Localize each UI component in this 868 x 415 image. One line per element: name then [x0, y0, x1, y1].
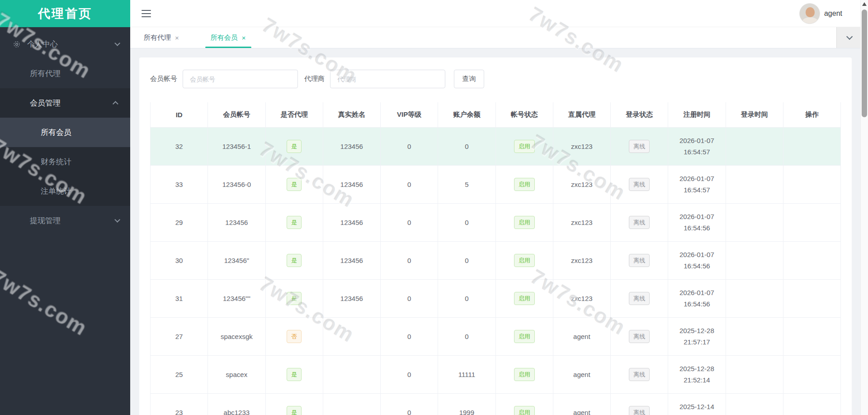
table-cell: 31: [151, 279, 208, 317]
table-cell: 0: [438, 127, 495, 165]
sidebar-item-label: 提现管理: [30, 215, 61, 226]
table-cell: 2026-01-0716:54:56: [668, 279, 726, 317]
tab-overflow-button[interactable]: [836, 27, 860, 48]
table-cell: 离线: [611, 165, 668, 203]
column-header: 注册时间: [668, 102, 726, 127]
status-badge: 离线: [629, 216, 650, 229]
table-row[interactable]: 31123456""是12345600启用zxc123离线2026-01-071…: [151, 279, 841, 317]
table-cell: 0: [438, 317, 495, 355]
table-cell: 离线: [611, 241, 668, 279]
column-header: 是否代理: [265, 102, 323, 127]
scroll-up-arrow-icon[interactable]: [862, 2, 867, 6]
status-badge: 是: [287, 406, 302, 415]
status-badge: 启用: [514, 140, 535, 153]
table-cell: 离线: [611, 203, 668, 241]
table-cell: 29: [151, 203, 208, 241]
sidebar-item-withdrawal-management[interactable]: 提现管理: [0, 206, 130, 235]
member-account-label: 会员帐号: [150, 75, 177, 83]
table-row[interactable]: 33123456-0是12345605启用zxc123离线2026-01-071…: [151, 165, 841, 203]
table-row[interactable]: 27spacexsgk否00启用agent离线2025-12-2821:57:1…: [151, 317, 841, 355]
table-cell: zxc123: [553, 203, 610, 241]
vertical-scrollbar[interactable]: [860, 0, 868, 415]
table-cell: [726, 279, 783, 317]
status-badge: 离线: [629, 254, 650, 267]
table-cell: 0: [381, 317, 438, 355]
table-cell: [726, 355, 783, 393]
table-cell: abc1233: [208, 393, 265, 415]
status-badge: 启用: [514, 330, 535, 343]
table-cell: 是: [265, 355, 323, 393]
status-badge: 离线: [629, 292, 650, 305]
table-cell: 离线: [611, 355, 668, 393]
table-cell: 是: [265, 393, 323, 415]
table-cell: 23: [151, 393, 208, 415]
status-badge: 启用: [514, 368, 535, 381]
table-cell: [783, 393, 840, 415]
table-cell: 33: [151, 165, 208, 203]
member-account-input[interactable]: [183, 70, 298, 88]
scrollbar-thumb[interactable]: [862, 10, 867, 117]
table-cell: 启用: [495, 279, 553, 317]
status-badge: 离线: [629, 406, 650, 415]
status-badge: 启用: [514, 406, 535, 415]
table-row[interactable]: 32123456-1是12345600启用zxc123离线2026-01-071…: [151, 127, 841, 165]
table-row[interactable]: 25spacex是011111启用agent离线2025-12-2821:52:…: [151, 355, 841, 393]
search-form: 会员帐号 代理商 查询: [150, 70, 841, 88]
table-cell: 30: [151, 241, 208, 279]
status-badge: 启用: [514, 292, 535, 305]
table-cell: zxc123: [553, 279, 610, 317]
sidebar-item-all-agents[interactable]: 所有代理: [0, 59, 130, 88]
status-badge: 是: [287, 140, 302, 153]
column-header: 登录时间: [726, 102, 783, 127]
sidebar-item-label: 所有代理: [30, 68, 61, 79]
table-body: 32123456-1是12345600启用zxc123离线2026-01-071…: [151, 127, 841, 415]
column-header: 操作: [783, 102, 840, 127]
close-icon[interactable]: ×: [242, 34, 246, 42]
close-icon[interactable]: ×: [175, 34, 179, 42]
column-header: 会员帐号: [208, 102, 265, 127]
table-cell: [783, 127, 840, 165]
sidebar: 代理首页 个人中心所有代理会员管理所有会员财务统计注单统计提现管理: [0, 0, 130, 415]
sidebar-item-bet-stats[interactable]: 注单统计: [0, 176, 130, 206]
table-cell: 是: [265, 127, 323, 165]
user-menu[interactable]: agent: [799, 3, 842, 24]
table-cell: 启用: [495, 203, 553, 241]
table-cell: 0: [381, 165, 438, 203]
tab-all-members[interactable]: 所有会员×: [205, 27, 251, 48]
query-button[interactable]: 查询: [454, 70, 484, 88]
table-cell: 是: [265, 241, 323, 279]
table-cell: 123456: [323, 127, 380, 165]
table-cell: [323, 317, 380, 355]
table-cell: 123456-1: [208, 127, 265, 165]
sidebar-item-label: 注单统计: [41, 186, 71, 196]
table-cell: 否: [265, 317, 323, 355]
tab-label: 所有会员: [211, 33, 238, 42]
sidebar-item-member-management[interactable]: 会员管理: [0, 88, 130, 118]
table-cell: [726, 165, 783, 203]
sidebar-item-personal-center[interactable]: 个人中心: [0, 29, 130, 59]
table-row[interactable]: 23abc1233是01999启用agent离线2025-12-1416:57:…: [151, 393, 841, 415]
table-cell: 123456: [323, 241, 380, 279]
tab-all-agents[interactable]: 所有代理×: [138, 27, 184, 48]
column-header: 直属代理: [553, 102, 610, 127]
table-cell: spacex: [208, 355, 265, 393]
status-badge: 是: [287, 254, 302, 267]
table-row[interactable]: 29123456是12345600启用zxc123离线2026-01-0716:…: [151, 203, 841, 241]
tab-list: 所有代理×所有会员×: [138, 27, 251, 48]
table-cell: 0: [438, 203, 495, 241]
sidebar-item-finance-stats[interactable]: 财务统计: [0, 147, 130, 176]
agent-input[interactable]: [330, 70, 445, 88]
column-header: VIP等级: [381, 102, 438, 127]
table-cell: 0: [381, 203, 438, 241]
table-cell: 启用: [495, 355, 553, 393]
status-badge: 离线: [629, 330, 650, 343]
table-cell: 2025-12-2821:52:14: [668, 355, 726, 393]
table-row[interactable]: 30123456"是12345600启用zxc123离线2026-01-0716…: [151, 241, 841, 279]
table-cell: spacexsgk: [208, 317, 265, 355]
hamburger-menu-icon[interactable]: [142, 10, 151, 17]
table-cell: 是: [265, 165, 323, 203]
table-cell: 123456: [323, 203, 380, 241]
topbar: agent: [130, 0, 860, 27]
table-cell: [726, 127, 783, 165]
sidebar-item-all-members[interactable]: 所有会员: [0, 118, 130, 147]
